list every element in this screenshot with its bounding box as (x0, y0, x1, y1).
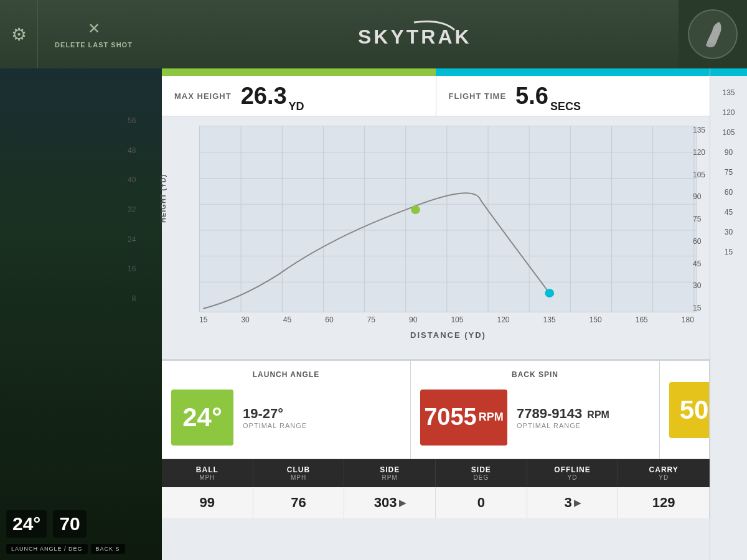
back-spin-body: 7055 RPM 7789-9143 RPM OPTIMAL RANGE (420, 385, 650, 449)
th-carry-sub: YD (659, 474, 669, 481)
td-ball: 99 (162, 487, 253, 518)
max-height-label: MAX HEIGHT (174, 91, 232, 101)
blue-bar (436, 68, 710, 76)
logo: SKYTRAK (149, 17, 679, 52)
th-side-deg-sub: DEG (474, 474, 489, 481)
third-metric-badge: 50 (669, 382, 710, 438)
chart-area (199, 126, 697, 312)
left-angle-value: 24° (12, 513, 40, 534)
back-spin-unit: RPM (479, 411, 504, 424)
table-header: BALL MPH CLUB MPH SIDE RPM SIDE DEG OFFL… (162, 459, 710, 487)
x-axis-labels: 15 30 45 60 75 90 105 120 135 150 165 18… (199, 312, 697, 327)
delete-last-shot-button[interactable]: ✕ DELETE LAST SHOT (37, 0, 149, 68)
ball-value: 99 (200, 495, 215, 511)
back-spin-badge: 7055 RPM (420, 390, 507, 446)
th-club-main: CLUB (287, 465, 310, 474)
side-rpm-value: 303 (374, 495, 397, 511)
green-bar (162, 68, 436, 76)
launch-angle-range: 19-27° OPTIMAL RANGE (243, 406, 307, 429)
svg-point-20 (411, 205, 420, 214)
side-rpm-arrow: ▶ (399, 498, 406, 508)
club-icon-area (679, 0, 747, 68)
th-ball-main: BALL (196, 465, 218, 474)
gear-icon: ⚙ (11, 24, 27, 45)
td-club: 76 (253, 487, 345, 518)
max-height-stat: MAX HEIGHT 26.3 YD (162, 76, 436, 116)
th-ball: BALL MPH (162, 459, 253, 487)
flight-time-value: 5.6 (515, 84, 548, 108)
th-side-rpm-sub: RPM (382, 474, 398, 481)
svg-point-1 (706, 42, 715, 47)
back-spin-range: 7789-9143 RPM OPTIMAL RANGE (517, 406, 609, 429)
td-carry: 129 (618, 487, 710, 518)
back-spin-optimal-label: OPTIMAL RANGE (517, 422, 581, 429)
th-club: CLUB MPH (253, 459, 345, 487)
back-spin-bottom-label: BACK S (91, 544, 125, 554)
delete-label: DELETE LAST SHOT (55, 41, 133, 49)
th-side-deg: SIDE DEG (436, 459, 527, 487)
svg-point-21 (545, 289, 554, 297)
th-side-rpm: SIDE RPM (344, 459, 436, 487)
launch-angle-badge: 24° (171, 390, 233, 446)
th-offline-sub: YD (568, 474, 578, 481)
th-offline: OFFLINE YD (527, 459, 619, 487)
club-value: 76 (291, 495, 306, 511)
th-club-sub: MPH (291, 474, 306, 481)
main-content-panel: MAX HEIGHT 26.3 YD FLIGHT TIME 5.6 SECS … (162, 68, 710, 560)
back-spin-title: BACK SPIN (420, 370, 650, 379)
right-panel-top-bar (710, 68, 747, 76)
third-metric-card: 50 (660, 361, 710, 459)
chart-container: 56 48 40 32 24 16 8 HEIGHT (YD) (162, 116, 710, 359)
launch-angle-optimal-value: 19-27° (243, 406, 283, 422)
max-height-value: 26.3 (241, 84, 287, 108)
right-y-axis: 135 120 105 90 75 60 45 30 15 (693, 126, 708, 312)
launch-angle-title: LAUNCH ANGLE (171, 370, 401, 379)
th-ball-sub: MPH (199, 474, 215, 481)
offline-value: 3 (564, 495, 571, 511)
x-axis-title: DISTANCE (YD) (199, 327, 697, 343)
header-bar: ⚙ ✕ DELETE LAST SHOT SKYTRAK (0, 0, 747, 68)
y-axis-labels: 56 48 40 32 24 16 8 (128, 116, 139, 303)
bottom-stats-table: BALL MPH CLUB MPH SIDE RPM SIDE DEG OFFL… (162, 459, 710, 518)
gear-button[interactable]: ⚙ (0, 0, 37, 68)
third-metric-body: 50 (669, 370, 700, 449)
th-side-rpm-main: SIDE (380, 465, 400, 474)
td-offline: 3 ▶ (527, 487, 619, 518)
td-side-rpm: 303 ▶ (344, 487, 436, 518)
flight-time-unit: SECS (550, 100, 581, 116)
svg-text:SKYTRAK: SKYTRAK (358, 26, 472, 48)
td-side-deg: 0 (436, 487, 527, 518)
side-deg-value: 0 (477, 495, 485, 511)
left-angle-box: 24° (6, 510, 47, 538)
left-panel-bottom: 24° 70 LAUNCH ANGLE / DEG BACK S (0, 436, 162, 560)
right-panel-values: 135 120 105 90 75 60 45 30 15 (710, 76, 747, 259)
club-circle (688, 9, 738, 59)
launch-angle-bottom-label: LAUNCH ANGLE / DEG (6, 544, 88, 554)
left-spin-value: 70 (59, 513, 80, 534)
launch-angle-optimal-label: OPTIMAL RANGE (243, 422, 307, 429)
th-side-deg-main: SIDE (471, 465, 491, 474)
launch-angle-card: LAUNCH ANGLE 24° 19-27° OPTIMAL RANGE (162, 361, 411, 459)
flight-path-chart (200, 126, 697, 312)
left-spin-box: 70 (53, 510, 86, 538)
th-carry-main: CARRY (649, 465, 679, 474)
bottom-labels-row: LAUNCH ANGLE / DEG BACK S (6, 544, 156, 554)
th-offline-main: OFFLINE (554, 465, 590, 474)
flight-time-label: FLIGHT TIME (449, 91, 507, 101)
max-height-unit: YD (289, 100, 304, 116)
offline-arrow: ▶ (574, 498, 581, 508)
launch-angle-value: 24° (182, 403, 222, 432)
launch-angle-body: 24° 19-27° OPTIMAL RANGE (171, 385, 401, 449)
flight-time-stat: FLIGHT TIME 5.6 SECS (436, 76, 710, 116)
right-panel: 135 120 105 90 75 60 45 30 15 (710, 68, 747, 560)
table-data-row: 99 76 303 ▶ 0 3 ▶ 129 (162, 487, 710, 518)
close-icon: ✕ (88, 20, 100, 37)
carry-value: 129 (652, 495, 675, 511)
color-bars (162, 68, 710, 76)
th-carry: CARRY YD (618, 459, 710, 487)
back-spin-card: BACK SPIN 7055 RPM 7789-9143 RPM OPTIMAL… (411, 361, 660, 459)
metrics-section: LAUNCH ANGLE 24° 19-27° OPTIMAL RANGE BA… (162, 359, 710, 459)
back-spin-optimal-value: 7789-9143 RPM (517, 406, 609, 422)
stats-row: MAX HEIGHT 26.3 YD FLIGHT TIME 5.6 SECS (162, 76, 710, 116)
y-axis-title: HEIGHT (YD) (159, 174, 167, 223)
